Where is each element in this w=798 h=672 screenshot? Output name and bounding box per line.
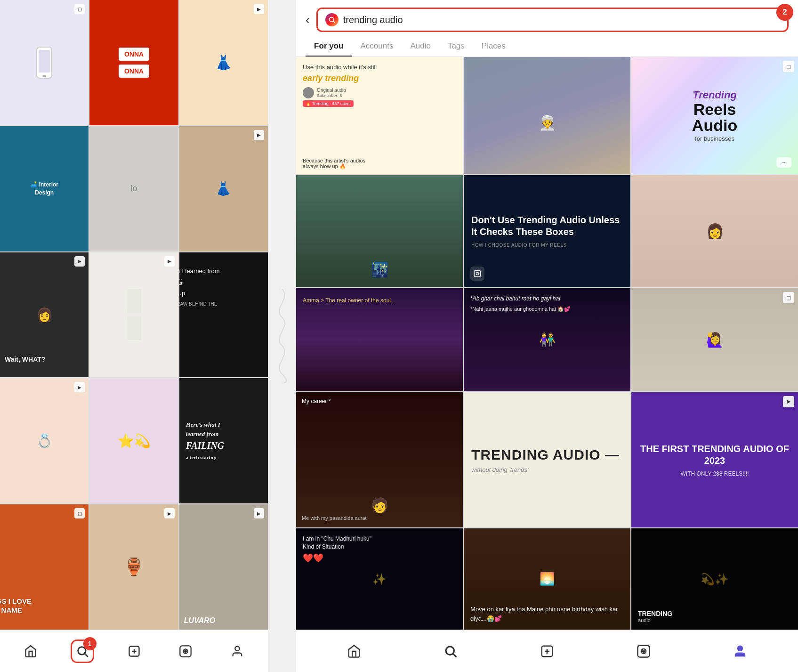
step-badge-1: 1	[83, 637, 97, 650]
grid-item-9[interactable]: Here's what I learned from FAILINGa tech…	[179, 252, 268, 378]
reel-icon: ▶	[164, 508, 175, 518]
step-badge-2: 2	[776, 4, 793, 21]
nav-profile[interactable]	[226, 640, 249, 663]
early-trending-label: early trending	[303, 73, 456, 83]
search-query-text: trending audio	[343, 15, 403, 25]
left-bottom-nav: 1	[0, 630, 268, 672]
amma-text: Amma > The real owner of the soul...	[303, 297, 456, 305]
content-item-woman-waving[interactable]: 🙋‍♀️ ▢	[631, 288, 798, 391]
content-item-trending-audio-white[interactable]: TRENDING AUDIO — without doing 'trends'	[464, 392, 630, 528]
content-item-dark-bokeh[interactable]: 💫✨ TRENDING audio	[631, 528, 798, 630]
svg-point-10	[185, 650, 187, 652]
content-item-dark-night[interactable]: ✨ I am in "Chu Madhuri huku"Kind of Situ…	[296, 528, 463, 630]
wait-what-text: Wait, WHAT?	[5, 356, 45, 363]
svg-rect-2	[42, 75, 46, 77]
content-item-early-trending[interactable]: Use this audio while it's still early tr…	[296, 57, 463, 174]
search-results-grid: Use this audio while it's still early tr…	[296, 57, 798, 630]
profile-avatar	[303, 87, 314, 98]
rnav-search[interactable]	[439, 640, 462, 663]
tab-places[interactable]: Places	[473, 38, 514, 57]
grid-item-6[interactable]: 👗 ▶	[179, 126, 268, 251]
reels-badge-icon	[470, 267, 484, 281]
search-circle-icon	[325, 13, 339, 26]
left-panel: ▢ ONNA ONNA 👗 ▶ 🛋️ InteriorDesign lo	[0, 0, 268, 672]
nav-reels[interactable]	[174, 640, 197, 663]
tab-tags[interactable]: Tags	[439, 38, 473, 57]
content-item-move-on[interactable]: 🌅 Move on kar liya tha Maine phir usne b…	[464, 528, 630, 630]
tab-accounts[interactable]: Accounts	[352, 38, 402, 57]
grid-item-4[interactable]: 🛋️ InteriorDesign	[0, 126, 89, 251]
reel-icon: ▢	[74, 4, 85, 14]
grid-item-15[interactable]: LUVARO ▶	[179, 504, 268, 630]
with-reels-text: WITH ONLY 288 REELS!!!!	[681, 470, 749, 477]
reel-icon: ▢	[783, 61, 794, 72]
reel-icon: ▶	[74, 256, 85, 267]
ab-ghar-text: *Ab ghar chal bahut raat ho gayi hai *Na…	[470, 295, 624, 313]
how-choose-text: HOW I CHOOSE AUDIO FOR MY REELS	[471, 243, 623, 248]
nav-search[interactable]: 1	[71, 640, 94, 663]
panel-divider	[268, 0, 296, 672]
move-on-overlay: Move on kar liya tha Maine phir usne bir…	[464, 528, 630, 630]
svg-point-12	[329, 17, 333, 22]
svg-point-23	[643, 650, 645, 652]
svg-point-15	[476, 273, 478, 275]
search-bar[interactable]: trending audio	[316, 8, 789, 32]
chu-madhuri-text: I am in "Chu Madhuri huku"Kind of Situat…	[303, 535, 456, 563]
reel-icon: ▢	[783, 292, 794, 303]
trending-audio-big-text: TRENDING AUDIO —	[471, 446, 620, 463]
trending-badge: 🔥 Trending · 487 users	[303, 100, 354, 107]
grid-item-14[interactable]: 🏺 ▶	[89, 504, 178, 630]
svg-rect-1	[39, 50, 50, 73]
grid-item-11[interactable]: ⭐💫	[89, 378, 178, 503]
for-businesses-text: for businesses	[695, 135, 734, 142]
rnav-reels[interactable]	[632, 640, 655, 663]
tab-for-you[interactable]: For you	[306, 38, 352, 57]
svg-point-16	[446, 647, 454, 655]
nav-home[interactable]	[19, 640, 42, 663]
dont-use-overlay: Don't Use Trending Audio Unless It Check…	[464, 175, 630, 288]
grid-item-1[interactable]: ▢	[0, 0, 89, 125]
grid-item-5[interactable]: lo	[89, 126, 178, 251]
my-career-text: My career *	[302, 398, 330, 405]
search-tabs: For you Accounts Audio Tags Places	[296, 32, 798, 57]
content-item-first-trending-2023[interactable]: THE FIRST TRENDING AUDIO OF 2023 WITH ON…	[631, 392, 798, 528]
grid-item-13[interactable]: THINGS I LOVEIN MY NAME ▢	[0, 504, 89, 630]
without-doing-text: without doing 'trends'	[471, 466, 528, 473]
content-item-reels-audio[interactable]: Trending ReelsAudio for businesses → ▢	[631, 57, 798, 174]
content-item-dont-use[interactable]: Don't Use Trending Audio Unless It Check…	[464, 175, 630, 288]
svg-rect-14	[474, 271, 480, 277]
tab-audio[interactable]: Audio	[402, 38, 439, 57]
early-trending-overlay: Use this audio while it's still early tr…	[296, 57, 463, 174]
content-item-dark-person[interactable]: 🧑 My career * Me with my pasandida aurat	[296, 392, 463, 528]
grid-item-7[interactable]: 👩 Wait, WHAT? ▶	[0, 252, 89, 378]
grid-item-3[interactable]: 👗 ▶	[179, 0, 268, 125]
grid-item-12[interactable]: Here's what Ilearned fromFAILINGa tech s…	[179, 378, 268, 503]
reel-icon: ▶	[254, 130, 264, 140]
use-audio-text: Use this audio while it's still	[303, 64, 456, 71]
grid-item-2[interactable]: ONNA ONNA	[89, 0, 178, 125]
rnav-profile[interactable]	[728, 640, 752, 663]
svg-point-24	[738, 646, 742, 650]
content-item-city-view[interactable]: 🌃	[296, 175, 463, 288]
svg-point-11	[235, 646, 239, 650]
svg-line-17	[453, 654, 456, 657]
rnav-home[interactable]	[342, 640, 366, 663]
reel-icon: ▶	[254, 508, 264, 518]
rnav-add[interactable]	[535, 640, 559, 663]
content-item-couple-reels[interactable]: 👫 *Ab ghar chal bahut raat ho gayi hai *…	[464, 288, 630, 391]
grid-item-8[interactable]: ▶	[89, 252, 178, 378]
trending-audio-bottom-text: TRENDING audio	[638, 610, 672, 623]
profile-info: Original audioSubscriber: 5	[317, 88, 346, 98]
content-item-purple-night[interactable]: Amma > The real owner of the soul...	[296, 288, 463, 391]
content-item-woman-pink[interactable]: 👩	[631, 175, 798, 288]
because-text: Because this artist's audiosalways blow …	[303, 158, 365, 170]
back-button[interactable]: ‹	[306, 13, 310, 27]
content-item-woman-saree[interactable]: 👳‍♀️	[464, 57, 630, 174]
grid-item-10[interactable]: 💍 ▶	[0, 378, 89, 503]
reel-icon: ▶	[783, 396, 794, 407]
reel-icon: ▶	[74, 382, 85, 392]
nav-add[interactable]	[122, 640, 146, 663]
right-panel: ‹ trending audio 2 For you Accounts Audi…	[296, 0, 798, 672]
svg-line-4	[85, 654, 88, 656]
dont-use-title: Don't Use Trending Audio Unless It Check…	[471, 214, 623, 238]
